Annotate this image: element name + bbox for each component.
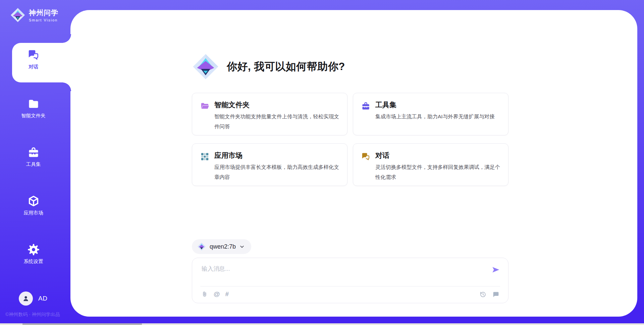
copyright-footer: ©神州数码 · 神州问学出品 <box>5 312 60 318</box>
card-chat[interactable]: 对话 灵活切换多模型文件，支持多样回复效果调试，满足个性化需求 <box>353 143 508 186</box>
card-toolset[interactable]: 工具集 集成市场上主流工具，助力AI与外界无缝扩展与对接 <box>353 93 508 135</box>
tab-fillet-top <box>62 34 71 43</box>
mention-button[interactable]: @ <box>214 290 220 298</box>
tab-fillet-bottom <box>62 82 71 91</box>
folder-open-icon <box>200 102 209 111</box>
at-icon: @ <box>214 290 220 298</box>
paperclip-icon <box>201 290 208 298</box>
app-title: 神州问学 <box>29 8 58 17</box>
app-window: 神州问学 Smart Vision 对话 智能文件夹 <box>0 0 644 325</box>
greeting-title: 你好, 我可以如何帮助你? <box>227 60 345 74</box>
hero-greeting: 你好, 我可以如何帮助你? <box>192 53 345 80</box>
diamond-logo-icon <box>192 53 219 80</box>
card-app-market[interactable]: 应用市场 应用市场提供丰富长文本模板，助力高效生成多样化文章内容 <box>192 143 347 186</box>
history-icon <box>479 291 486 298</box>
feature-cards: 智能文件夹 智能文件夹功能支持批量文件上传与清洗，轻松实现文件问答 工具集 集成… <box>192 93 508 186</box>
composer-tools-right <box>479 290 499 298</box>
history-button[interactable] <box>479 290 486 298</box>
chevron-down-icon <box>239 244 245 249</box>
diamond-logo-icon <box>197 242 206 251</box>
model-selector[interactable]: qwen2:7b <box>192 239 251 254</box>
sidebar-item-toolset[interactable]: 工具集 <box>9 146 58 168</box>
person-icon <box>22 295 30 303</box>
sidebar-item-chat[interactable]: 对话 <box>9 49 58 70</box>
app-subtitle: Smart Vision <box>29 18 58 22</box>
composer-tools-left: @ # <box>201 290 229 298</box>
sidebar-item-label: 对话 <box>9 64 58 70</box>
user-name: AD <box>38 295 47 302</box>
sidebar-item-label: 系统设置 <box>9 258 58 265</box>
message-input[interactable] <box>202 265 480 283</box>
toolbox-icon <box>28 146 40 158</box>
sidebar-item-smart-folder[interactable]: 智能文件夹 <box>9 98 58 119</box>
topic-button[interactable]: # <box>225 290 229 298</box>
card-title: 工具集 <box>375 100 396 110</box>
card-description: 应用市场提供丰富长文本模板，助力高效生成多样化文章内容 <box>214 162 341 182</box>
horizontal-scrollbar[interactable] <box>0 323 644 325</box>
send-icon[interactable] <box>491 265 500 274</box>
folder-icon <box>28 98 40 110</box>
app-logo-diamond-icon <box>10 7 25 23</box>
gear-icon <box>28 244 40 256</box>
brand: 神州问学 Smart Vision <box>10 7 58 23</box>
sidebar-item-app-market[interactable]: 应用市场 <box>9 195 58 216</box>
sidebar-item-label: 工具集 <box>9 161 58 168</box>
user-account[interactable]: AD <box>19 291 47 306</box>
scrollbar-thumb[interactable] <box>22 323 142 325</box>
hash-icon: # <box>225 290 229 298</box>
chat-icon <box>28 49 40 61</box>
avatar <box>19 291 33 306</box>
card-description: 智能文件夹功能支持批量文件上传与清洗，轻松实现文件问答 <box>214 112 341 132</box>
sidebar: 神州问学 Smart Vision 对话 智能文件夹 <box>0 0 72 325</box>
composer-divider <box>200 286 500 286</box>
message-composer: @ # <box>192 258 508 303</box>
sidebar-item-label: 智能文件夹 <box>9 113 58 119</box>
card-title: 应用市场 <box>214 151 243 160</box>
grid-icon <box>200 152 209 161</box>
toolbox-icon <box>361 102 370 111</box>
sidebar-item-label: 应用市场 <box>9 210 58 216</box>
attach-file-button[interactable] <box>201 290 208 298</box>
card-smart-folder[interactable]: 智能文件夹 智能文件夹功能支持批量文件上传与清洗，轻松实现文件问答 <box>192 93 347 135</box>
new-chat-button[interactable] <box>492 290 499 298</box>
model-name: qwen2:7b <box>210 243 236 250</box>
card-description: 集成市场上主流工具，助力AI与外界无缝扩展与对接 <box>375 112 502 122</box>
sidebar-item-settings[interactable]: 系统设置 <box>9 244 58 265</box>
card-title: 对话 <box>375 151 389 160</box>
cube-icon <box>28 195 40 207</box>
card-description: 灵活切换多模型文件，支持多样回复效果调试，满足个性化需求 <box>375 162 502 182</box>
chat-bubble-icon <box>492 291 499 298</box>
chat-icon <box>361 152 370 161</box>
card-title: 智能文件夹 <box>214 100 250 110</box>
